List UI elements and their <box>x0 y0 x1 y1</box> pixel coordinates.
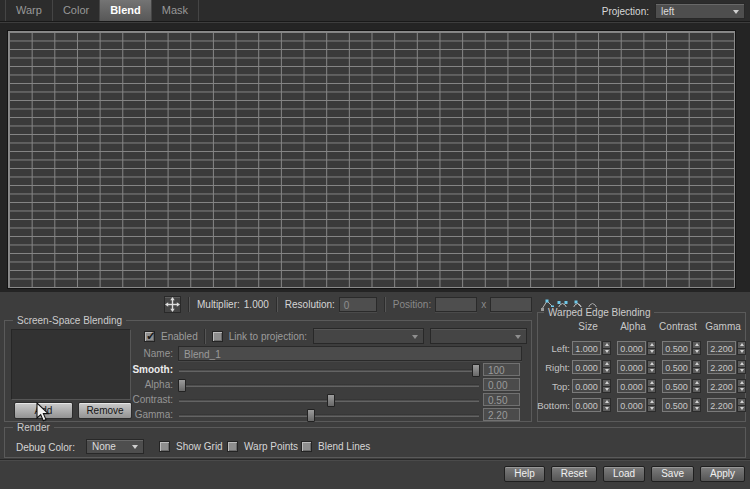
resolution-input[interactable]: 0 <box>339 297 377 312</box>
right-gamma-spinner[interactable]: 2.200 <box>707 360 746 374</box>
link-projection-dropdown[interactable] <box>313 328 424 344</box>
bottom-alpha-spinner[interactable]: 0.000 <box>617 398 656 412</box>
left-size-value[interactable]: 1.000 <box>572 341 601 355</box>
left-contrast-spinner[interactable]: 0.500 <box>662 341 701 355</box>
top-contrast-spinner[interactable]: 0.500 <box>662 379 701 393</box>
top-size-value[interactable]: 0.000 <box>572 379 601 393</box>
link-target-dropdown[interactable] <box>430 328 527 344</box>
spin-up-button[interactable] <box>692 341 701 349</box>
alpha-value-field[interactable]: 0.00 <box>483 378 520 391</box>
show-grid-checkbox[interactable] <box>159 441 170 452</box>
bottom-gamma-spinner[interactable]: 2.200 <box>707 398 746 412</box>
spin-down-button[interactable] <box>737 387 746 394</box>
gamma-slider-handle[interactable] <box>307 409 315 422</box>
spin-up-button[interactable] <box>737 379 746 387</box>
spin-up-button[interactable] <box>692 360 701 368</box>
spin-up-button[interactable] <box>647 341 656 349</box>
left-contrast-value[interactable]: 0.500 <box>662 341 691 355</box>
tab-color[interactable]: Color <box>53 0 100 21</box>
spin-down-button[interactable] <box>647 387 656 394</box>
bottom-gamma-value[interactable]: 2.200 <box>707 398 736 412</box>
left-size-spinner[interactable]: 1.000 <box>572 341 611 355</box>
bottom-alpha-value[interactable]: 0.000 <box>617 398 646 412</box>
right-size-spinner[interactable]: 0.000 <box>572 360 611 374</box>
top-gamma-spinner[interactable]: 2.200 <box>707 379 746 393</box>
warp-grid[interactable] <box>8 31 735 288</box>
apply-button[interactable]: Apply <box>700 466 745 482</box>
spin-down-button[interactable] <box>737 349 746 356</box>
spin-down-button[interactable] <box>602 349 611 356</box>
blend-viewport[interactable] <box>0 23 750 292</box>
spin-up-button[interactable] <box>647 398 656 406</box>
top-alpha-spinner[interactable]: 0.000 <box>617 379 656 393</box>
spin-up-button[interactable] <box>692 398 701 406</box>
debug-color-dropdown[interactable]: None <box>86 439 144 454</box>
spin-up-button[interactable] <box>602 379 611 387</box>
spin-up-button[interactable] <box>737 341 746 349</box>
position-x-input[interactable] <box>435 297 477 312</box>
spin-up-button[interactable] <box>647 360 656 368</box>
left-alpha-value[interactable]: 0.000 <box>617 341 646 355</box>
spin-up-button[interactable] <box>737 398 746 406</box>
right-alpha-spinner[interactable]: 0.000 <box>617 360 656 374</box>
top-size-spinner[interactable]: 0.000 <box>572 379 611 393</box>
spin-down-button[interactable] <box>647 349 656 356</box>
spin-down-button[interactable] <box>692 349 701 356</box>
blend-lines-checkbox[interactable] <box>301 441 312 452</box>
spin-up-button[interactable] <box>692 379 701 387</box>
right-gamma-value[interactable]: 2.200 <box>707 360 736 374</box>
bottom-contrast-value[interactable]: 0.500 <box>662 398 691 412</box>
contrast-slider[interactable] <box>179 399 479 402</box>
enabled-checkbox[interactable]: ✓ <box>144 331 155 342</box>
right-contrast-spinner[interactable]: 0.500 <box>662 360 701 374</box>
spin-up-button[interactable] <box>737 360 746 368</box>
load-button[interactable]: Load <box>603 466 645 482</box>
alpha-slider[interactable] <box>179 384 479 387</box>
spin-up-button[interactable] <box>602 341 611 349</box>
move-tool-button[interactable] <box>164 296 181 313</box>
spin-down-button[interactable] <box>602 387 611 394</box>
spin-down-button[interactable] <box>602 406 611 413</box>
reset-button[interactable]: Reset <box>551 466 597 482</box>
contrast-slider-handle[interactable] <box>327 394 335 407</box>
smooth-value-field[interactable]: 100 <box>483 363 520 376</box>
tab-mask[interactable]: Mask <box>152 0 199 21</box>
bottom-size-value[interactable]: 0.000 <box>572 398 601 412</box>
name-input[interactable]: Blend_1 <box>178 346 522 361</box>
link-to-projection-checkbox[interactable] <box>212 331 223 342</box>
right-contrast-value[interactable]: 0.500 <box>662 360 691 374</box>
spin-up-button[interactable] <box>647 379 656 387</box>
bottom-contrast-spinner[interactable]: 0.500 <box>662 398 701 412</box>
bottom-size-spinner[interactable]: 0.000 <box>572 398 611 412</box>
gamma-slider[interactable] <box>179 414 479 417</box>
left-gamma-spinner[interactable]: 2.200 <box>707 341 746 355</box>
right-alpha-value[interactable]: 0.000 <box>617 360 646 374</box>
top-contrast-value[interactable]: 0.500 <box>662 379 691 393</box>
help-button[interactable]: Help <box>504 466 545 482</box>
save-button[interactable]: Save <box>651 466 694 482</box>
spin-down-button[interactable] <box>692 368 701 375</box>
smooth-slider[interactable] <box>179 369 479 372</box>
spin-down-button[interactable] <box>647 368 656 375</box>
spin-down-button[interactable] <box>737 368 746 375</box>
top-gamma-value[interactable]: 2.200 <box>707 379 736 393</box>
spin-down-button[interactable] <box>737 406 746 413</box>
gamma-value-field[interactable]: 2.20 <box>483 408 520 421</box>
left-gamma-value[interactable]: 2.200 <box>707 341 736 355</box>
spin-up-button[interactable] <box>602 360 611 368</box>
alpha-slider-handle[interactable] <box>178 379 186 392</box>
top-alpha-value[interactable]: 0.000 <box>617 379 646 393</box>
tab-warp[interactable]: Warp <box>5 0 53 21</box>
smooth-slider-handle[interactable] <box>472 364 480 377</box>
projection-dropdown[interactable]: left <box>655 3 745 19</box>
spin-down-button[interactable] <box>692 387 701 394</box>
tab-blend[interactable]: Blend <box>100 0 152 21</box>
position-y-input[interactable] <box>490 297 532 312</box>
right-size-value[interactable]: 0.000 <box>572 360 601 374</box>
contrast-value-field[interactable]: 0.50 <box>483 393 520 406</box>
spin-down-button[interactable] <box>602 368 611 375</box>
spin-up-button[interactable] <box>602 398 611 406</box>
warp-points-checkbox[interactable] <box>227 441 238 452</box>
left-alpha-spinner[interactable]: 0.000 <box>617 341 656 355</box>
spin-down-button[interactable] <box>692 406 701 413</box>
